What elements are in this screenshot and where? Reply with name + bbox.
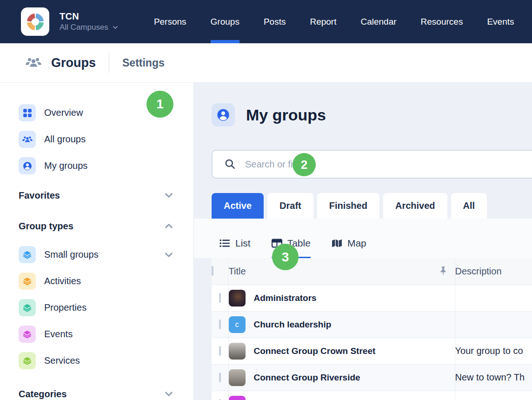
page-header: Groups Settings [0,43,532,83]
nav-item-posts[interactable]: Posts [252,0,298,43]
settings-link[interactable]: Settings [122,57,165,69]
active-nav-underline [211,40,239,43]
table-row-administrators[interactable]: Administrators [212,285,532,311]
nav-item-events[interactable]: Events [475,0,526,43]
sidebar: Overview All groups [0,83,194,400]
sidebar-section-categories[interactable]: Categories [19,382,193,400]
list-icon [219,239,230,248]
view-switcher: List Table [194,219,532,258]
search-icon [225,159,236,170]
brand-name: TCN [60,11,119,22]
sidebar-item-activities[interactable]: Activities [19,268,193,294]
pin-icon[interactable] [439,266,447,276]
group-avatar [229,396,246,400]
tab-active[interactable]: Active [212,193,264,219]
sidebar-item-my-groups[interactable]: My groups [19,153,193,179]
sidebar-section-group-types[interactable]: Group types [19,214,193,238]
sidebar-item-all-groups[interactable]: All groups [19,126,193,153]
app-logo[interactable] [21,7,49,36]
layers-icon [19,246,36,263]
group-avatar [229,369,246,386]
view-tab-map[interactable]: Map [332,238,366,258]
campus-selector[interactable]: TCN All Campuses [60,11,119,32]
people-icon [19,131,36,148]
groups-table: Title Description [212,258,532,400]
sidebar-item-small-groups[interactable]: Small groups [19,241,193,268]
step-badge-3: 3 [272,244,299,270]
view-tab-list[interactable]: List [219,238,251,258]
tab-draft[interactable]: Draft [267,193,313,219]
person-badge-icon [19,157,36,174]
nav-item-report[interactable]: Report [298,0,348,43]
column-header-title: Title [229,266,246,276]
group-avatar [229,343,246,360]
page-title-groups: Groups [51,56,96,70]
sidebar-section-favorites[interactable]: Favorites [19,184,193,207]
main-nav: Persons Groups Posts Report Calendar Res… [142,0,526,43]
layers-icon [19,273,36,290]
chevron-down-icon [164,389,174,399]
layers-icon [19,352,36,369]
row-checkbox[interactable] [219,373,221,382]
step-badge-2: 2 [293,153,316,176]
main-content: My groups Active Draft Finished Archived… [194,83,532,400]
chevron-down-icon [164,190,174,200]
nav-item-groups[interactable]: Groups [199,0,252,43]
table-row-partial[interactable]: Football Wednesday [212,391,532,400]
sidebar-item-properties[interactable]: Properties [19,294,193,321]
top-navbar: TCN All Campuses Persons Groups Posts Re… [0,0,532,43]
select-all-checkbox[interactable] [212,266,213,276]
tab-finished[interactable]: Finished [317,193,379,219]
chevron-down-icon [112,24,119,31]
column-header-description: Description [455,266,502,276]
tab-all[interactable]: All [451,193,487,219]
layers-icon [19,326,36,343]
chevron-up-icon [164,221,174,231]
row-checkbox[interactable] [219,320,221,329]
search-bar[interactable] [212,150,532,179]
nav-item-calendar[interactable]: Calendar [348,0,408,43]
groups-people-icon [26,56,41,70]
tcn-logo-icon [25,12,46,32]
group-avatar [229,290,246,307]
row-checkbox[interactable] [219,293,221,303]
chevron-down-icon[interactable] [164,250,174,260]
layers-icon [19,299,36,316]
my-groups-person-icon [212,103,235,127]
step-badge-1: 1 [146,91,173,118]
campus-name: All Campuses [60,22,108,32]
table-row-connect-group-crown-street[interactable]: Connect Group Crown Street Your group to… [212,338,532,364]
map-icon [332,239,342,248]
tab-archived[interactable]: Archived [383,193,447,219]
table-row-connect-group-riverside[interactable]: Connect Group Riverside New to town? Th [212,364,532,391]
table-header-row: Title Description [212,258,532,285]
row-checkbox[interactable] [219,346,221,356]
group-avatar: c [229,316,246,333]
table-row-church-leadership[interactable]: c Church leadership [212,311,532,338]
search-input[interactable] [245,151,532,178]
group-types-list: Small groups Activities [19,241,193,374]
nav-item-resources[interactable]: Resources [409,0,475,43]
sidebar-item-services[interactable]: Services [19,347,193,374]
grid-icon [19,104,36,121]
nav-item-persons[interactable]: Persons [142,0,199,43]
sidebar-item-events[interactable]: Events [19,321,193,347]
status-filter-tabs: Active Draft Finished Archived All [212,193,532,219]
page-title-row: My groups [212,103,532,127]
header-divider [109,53,109,73]
page-title: My groups [246,106,326,124]
